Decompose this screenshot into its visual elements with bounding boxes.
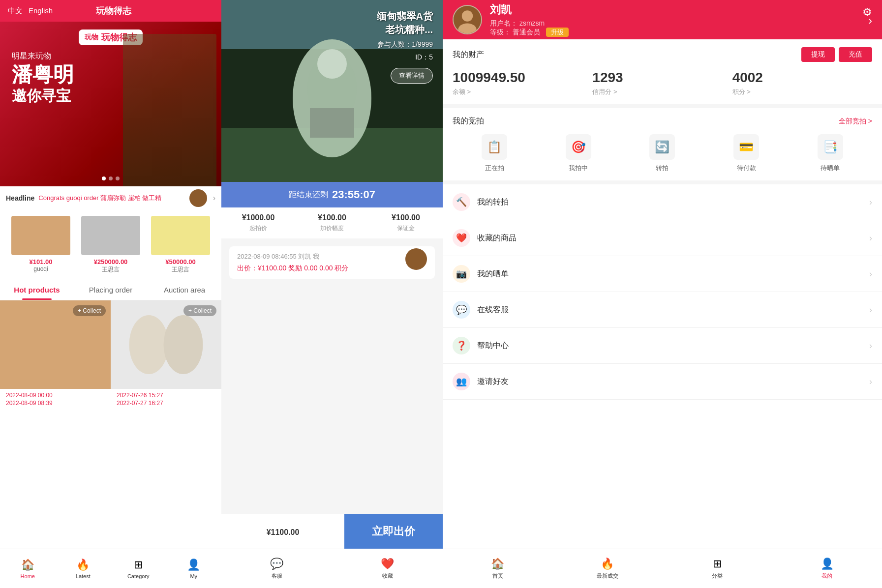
user-level: 等级： 普通会员 升级 — [490, 28, 569, 37]
middle-bottom-nav: 💬 客服 ❤️ 收藏 — [221, 549, 443, 588]
increment-price: ¥100.00 加价幅度 — [295, 213, 369, 233]
chat-avatar — [405, 248, 427, 270]
user-icon: 👤 — [187, 559, 200, 571]
profile-arrow-icon[interactable]: › — [868, 14, 872, 28]
auction-pending-review-item[interactable]: 📑 待晒单 — [788, 134, 872, 173]
right-nav-my[interactable]: 👤 我的 — [772, 558, 882, 580]
banner-dot-3[interactable] — [116, 176, 120, 180]
recent-item-1[interactable]: ¥101.00 guoqi — [6, 216, 76, 274]
auction-active-item[interactable]: 📋 正在拍 — [453, 134, 537, 173]
credit-item: 1293 信用分 > — [592, 70, 732, 96]
menu-favorites-label: 收藏的商品 — [477, 233, 869, 243]
svg-point-2 — [164, 315, 203, 374]
left-nav-category[interactable]: ⊞ Category — [111, 559, 166, 579]
menu-list: 🔨 我的转拍 › ❤️ 收藏的商品 › 📷 我的晒单 › 💬 在线客服 › ❓ … — [443, 184, 882, 549]
credit-label[interactable]: 信用分 > — [592, 88, 732, 96]
banner-dot-1[interactable] — [102, 176, 106, 180]
product-1-collect-btn[interactable]: + Collect — [73, 305, 106, 316]
auction-transfer-label: 转拍 — [656, 164, 669, 173]
invite-arrow-icon: › — [869, 377, 872, 387]
view-detail-btn[interactable]: 查看详情 — [391, 68, 433, 84]
product-1-date1: 2022-08-09 00:00 — [0, 389, 111, 400]
middle-nav-collect[interactable]: ❤️ 收藏 — [332, 558, 443, 580]
menu-customer-service[interactable]: 💬 在线客服 › — [443, 292, 882, 328]
middle-nav-service-label: 客服 — [272, 572, 282, 580]
menu-showcase[interactable]: 📷 我的晒单 › — [443, 256, 882, 292]
invite-icon: 👥 — [453, 373, 470, 390]
menu-help[interactable]: ❓ 帮助中心 › — [443, 328, 882, 364]
username-value: zsmzsm — [519, 19, 545, 27]
auction-pending-review-icon: 📑 — [818, 134, 843, 160]
my-auction-section: 我的竞拍 全部竞拍 > 📋 正在拍 🎯 我拍中 🔄 转拍 💳 待付款 📑 — [443, 108, 882, 180]
tab-hot-products[interactable]: Hot products — [0, 280, 74, 300]
showcase-icon: 📷 — [453, 265, 470, 283]
svg-point-8 — [317, 49, 347, 79]
middle-nav-service[interactable]: 💬 客服 — [221, 558, 332, 580]
view-all-auction-link[interactable]: 全部竞拍 > — [839, 117, 872, 126]
auction-active-label: 正在拍 — [485, 164, 504, 173]
home-icon: 🏠 — [21, 559, 34, 571]
withdraw-btn[interactable]: 提现 — [801, 47, 835, 62]
auction-pending-payment-item[interactable]: 💳 待付款 — [704, 134, 789, 173]
right-nav-category[interactable]: ⊞ 分类 — [663, 558, 772, 580]
place-bid-button[interactable]: 立即出价 — [344, 514, 443, 549]
heart-icon: ❤️ — [381, 558, 394, 570]
balance-label[interactable]: 余额 > — [453, 88, 592, 96]
auction-won-item[interactable]: 🎯 我拍中 — [537, 134, 621, 173]
auction-won-icon: 🎯 — [566, 134, 591, 160]
countdown-label: 距结束还剩 — [289, 190, 328, 200]
fire-icon: 🔥 — [76, 559, 90, 571]
left-nav-home-label: Home — [21, 573, 35, 579]
username-label: 用户名： — [490, 19, 517, 27]
product-card-1[interactable]: + Collect 2022-08-09 00:00 2022-08-09 08… — [0, 300, 111, 549]
menu-favorites[interactable]: ❤️ 收藏的商品 › — [443, 220, 882, 256]
menu-transfer[interactable]: 🔨 我的转拍 › — [443, 184, 882, 220]
user-info: 刘凯 用户名： zsmzsm 等级： 普通会员 升级 — [490, 2, 569, 37]
tab-auction-area[interactable]: Auction area — [148, 280, 221, 300]
recent-item-3-name: 王思言 — [146, 265, 215, 274]
banner-dot-2[interactable] — [109, 176, 113, 180]
price-bar: ¥1000.00 起拍价 ¥100.00 加价幅度 ¥100.00 保证金 — [221, 207, 443, 238]
help-arrow-icon: › — [869, 341, 872, 351]
auction-title: 缅甸翡翠A货 — [377, 10, 433, 23]
left-nav-home[interactable]: 🏠 Home — [0, 559, 56, 579]
right-nav-home[interactable]: 🏠 首页 — [443, 558, 552, 580]
auction-status-icons: 📋 正在拍 🎯 我拍中 🔄 转拍 💳 待付款 📑 待晒单 — [453, 134, 872, 173]
banner-main-text: 潘粤明 — [12, 63, 74, 86]
headline-arrow-icon[interactable]: › — [213, 194, 215, 203]
right-nav-latest[interactable]: 🔥 最新成交 — [552, 558, 662, 580]
auction-overlay: 缅甸翡翠A货 老坑糯种... 参与人数：1/9999 ID：5 查看详情 — [377, 10, 433, 84]
customer-service-arrow-icon: › — [869, 305, 872, 315]
tab-placing-order[interactable]: Placing order — [74, 280, 148, 300]
customer-service-icon: 💬 — [453, 301, 470, 319]
recent-item-1-price: ¥101.00 — [6, 258, 76, 265]
auction-participants: 参与人数：1/9999 — [377, 40, 433, 49]
left-nav-my[interactable]: 👤 My — [166, 559, 222, 579]
right-fire-icon: 🔥 — [601, 558, 614, 570]
balance-value: 1009949.50 — [453, 70, 592, 86]
lang-cn[interactable]: 中文 — [8, 6, 23, 16]
menu-invite[interactable]: 👥 邀请好友 › — [443, 364, 882, 400]
banner-sub-text: 明星来玩物 — [12, 51, 74, 61]
points-label[interactable]: 积分 > — [732, 88, 872, 96]
recent-item-2[interactable]: ¥250000.00 王思言 — [76, 216, 146, 274]
recharge-btn[interactable]: 充值 — [839, 47, 872, 62]
auction-pending-payment-label: 待付款 — [737, 164, 756, 173]
product-2-collect-btn[interactable]: + Collect — [183, 305, 216, 316]
deposit-price-label: 保证金 — [369, 224, 443, 233]
auction-transfer-item[interactable]: 🔄 转拍 — [620, 134, 704, 173]
balance-item: 1009949.50 余额 > — [453, 70, 592, 96]
left-nav-category-label: Category — [127, 573, 150, 579]
banner-text: 明星来玩物 潘粤明 邀你寻宝 — [12, 51, 74, 106]
recent-item-2-name: 王思言 — [76, 265, 146, 274]
upgrade-btn[interactable]: 升级 — [546, 28, 569, 37]
chat-bid-text: 出价：¥1100.00 奖励 0.00 0.00 积分 — [237, 264, 427, 273]
recent-item-3[interactable]: ¥50000.00 王思言 — [146, 216, 215, 274]
right-grid-icon: ⊞ — [713, 558, 722, 570]
favorites-arrow-icon: › — [869, 233, 872, 243]
left-nav-my-label: My — [190, 573, 197, 579]
lang-en[interactable]: English — [29, 6, 53, 16]
product-card-2[interactable]: + Collect 2022-07-26 15:27 2022-07-27 16… — [111, 300, 221, 549]
left-nav-latest[interactable]: 🔥 Latest — [56, 559, 111, 579]
bid-amount-display: ¥1100.00 — [221, 525, 344, 538]
